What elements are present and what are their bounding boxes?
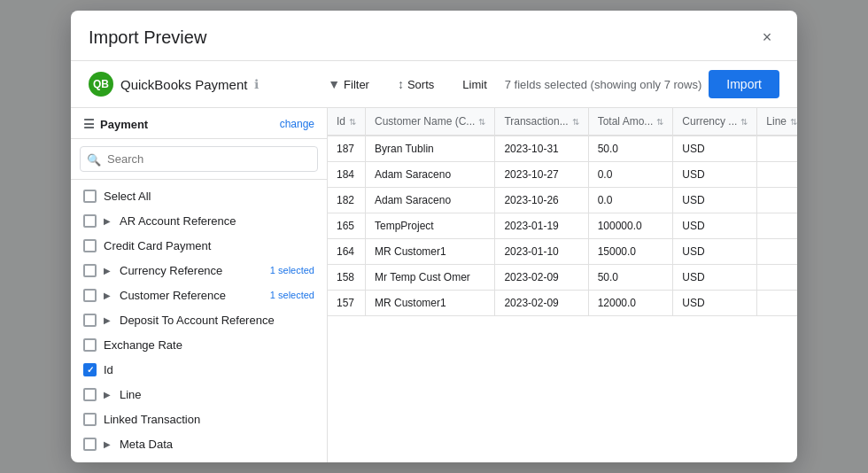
checkbox-ar_account_reference[interactable] [83,214,97,228]
cell-col_customer_name: TempProject [366,213,495,239]
field-item-payment_method_reference[interactable]: ▶Payment Method Reference [71,456,327,462]
cell-col_currency: USD [673,265,757,291]
info-icon[interactable]: ℹ [254,77,259,91]
sort-icon-col_line: ⇅ [790,117,797,127]
cell-col_customer_name: Adam Saraceno [366,188,495,213]
chevron-icon-deposit_to_account_reference: ▶ [104,315,111,325]
cell-col_currency: USD [673,162,757,188]
quickbooks-logo: QB [89,72,113,97]
col-header-col_customer_name[interactable]: Customer Name (C...⇅ [366,108,495,136]
change-link[interactable]: change [280,118,314,130]
modal-header: Import Preview × [71,11,797,61]
cell-col_id: 184 [328,162,366,188]
sort-icon-col_customer_name: ⇅ [478,117,485,127]
cell-col_line [757,291,797,316]
modal-overlay: Import Preview × QB QuickBooks Payment ℹ… [0,0,868,473]
field-item-deposit_to_account_reference[interactable]: ▶Deposit To Account Reference [71,307,327,332]
checkbox-customer_reference[interactable] [83,289,97,302]
field-item-exchange_rate[interactable]: Exchange Rate [71,332,327,357]
table-header-row: Id⇅Customer Name (C...⇅Transaction...⇅To… [328,108,797,136]
cell-col_transaction_date: 2023-10-27 [495,162,588,188]
fields-container: ▶AR Account ReferenceCredit Card Payment… [71,208,327,462]
table-row: 158Mr Temp Cust Omer2023-02-0950.0USD [328,265,797,291]
search-icon: 🔍 [87,152,101,166]
table-row: 165TempProject2023-01-19100000.0USD12345 [328,213,797,239]
field-label-deposit_to_account_reference: Deposit To Account Reference [120,314,314,327]
cell-col_transaction_date: 2023-01-10 [495,239,588,265]
col-header-col_transaction_date[interactable]: Transaction...⇅ [495,108,588,136]
sorts-button[interactable]: ↕ Sorts [387,72,445,97]
filter-icon: ▼ [328,77,340,91]
cell-col_currency: USD [673,239,757,265]
checkbox-deposit_to_account_reference[interactable] [83,314,97,327]
field-label-payment_method_reference: Payment Method Reference [120,462,314,463]
field-item-line[interactable]: ▶Line [71,382,327,407]
cell-col_line [757,213,797,239]
limit-label: Limit [462,78,486,91]
field-label-ar_account_reference: AR Account Reference [120,214,314,228]
checkbox-linked_transaction[interactable] [83,413,97,426]
import-preview-modal: Import Preview × QB QuickBooks Payment ℹ… [71,11,797,462]
table-row: 164MR Customer12023-01-1015000.0USD123 [328,239,797,265]
checkbox-exchange_rate[interactable] [83,338,97,352]
search-input[interactable] [80,146,318,172]
checkbox-payment_method_reference[interactable] [83,462,97,463]
cell-col_id: 157 [328,291,366,316]
field-item-id[interactable]: Id [71,357,327,382]
cell-col_currency: USD [673,213,757,239]
field-item-customer_reference[interactable]: ▶Customer Reference1 selected [71,283,327,307]
select-all-item[interactable]: Select All [71,183,327,208]
cell-col_transaction_date: 2023-10-26 [495,188,588,213]
sorts-label: Sorts [407,78,434,91]
cell-col_line [757,239,797,265]
field-item-credit_card_payment[interactable]: Credit Card Payment [71,233,327,258]
checkbox-credit_card_payment[interactable] [83,239,97,252]
filter-button[interactable]: ▼ Filter [317,72,380,97]
select-all-checkbox[interactable] [83,190,97,203]
cell-col_currency: USD [673,136,757,162]
field-item-currency_reference[interactable]: ▶Currency Reference1 selected [71,258,327,283]
field-item-linked_transaction[interactable]: Linked Transaction [71,407,327,431]
sort-icon-col_total_amount: ⇅ [656,117,663,127]
field-label-linked_transaction: Linked Transaction [104,413,314,426]
field-item-meta_data[interactable]: ▶Meta Data [71,431,327,456]
cell-col_total_amount: 12000.0 [588,291,673,316]
col-header-col_line[interactable]: Line⇅ [757,108,797,136]
limit-button[interactable]: Limit [452,73,497,97]
cell-col_currency: USD [673,291,757,316]
left-panel: ☰ Payment change 🔍 Select All [71,108,328,462]
checkbox-meta_data[interactable] [83,438,97,451]
cell-col_total_amount: 50.0 [588,136,673,162]
checkbox-line[interactable] [83,388,97,401]
cell-col_id: 164 [328,239,366,265]
field-label-currency_reference: Currency Reference [120,264,263,277]
field-badge-customer_reference: 1 selected [270,290,314,300]
cell-col_customer_name: Mr Temp Cust Omer [366,265,495,291]
col-header-col_total_amount[interactable]: Total Amo...⇅ [588,108,673,136]
cell-col_id: 182 [328,188,366,213]
fields-info: 7 fields selected (showing only 7 rows) [505,78,702,91]
modal-close-button[interactable]: × [755,25,779,50]
cell-col_transaction_date: 2023-01-19 [495,213,588,239]
entity-name: ☰ Payment [83,117,148,131]
import-button[interactable]: Import [709,70,779,98]
checkbox-id[interactable] [83,363,97,376]
col-header-col_currency[interactable]: Currency ...⇅ [673,108,757,136]
datasource-name: QuickBooks Payment [120,77,247,92]
cell-col_total_amount: 50.0 [588,265,673,291]
cell-col_line [757,265,797,291]
field-list: Select All ▶AR Account ReferenceCredit C… [71,180,327,462]
right-panel: Id⇅Customer Name (C...⇅Transaction...⇅To… [328,108,797,462]
cell-col_transaction_date: 2023-10-31 [495,136,588,162]
field-label-line: Line [120,388,314,401]
col-header-col_id[interactable]: Id⇅ [328,108,366,136]
cell-col_id: 165 [328,213,366,239]
entity-name-label: Payment [100,118,148,131]
field-label-credit_card_payment: Credit Card Payment [104,239,314,252]
table-row: 157MR Customer12023-02-0912000.0USD [328,291,797,316]
sorts-icon: ↕ [398,77,404,91]
checkbox-currency_reference[interactable] [83,264,97,277]
field-item-ar_account_reference[interactable]: ▶AR Account Reference [71,208,327,233]
table-body: 187Byran Tublin2023-10-3150.0USD184Adam … [328,136,797,316]
cell-col_customer_name: Adam Saraceno [366,162,495,188]
